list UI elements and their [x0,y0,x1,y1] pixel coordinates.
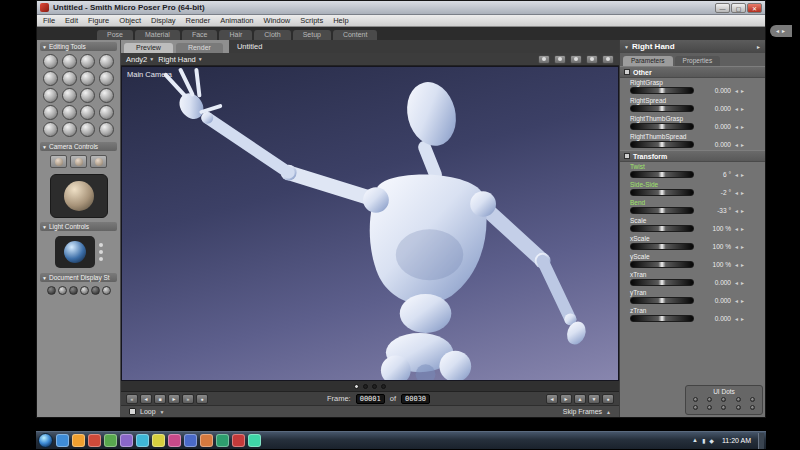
ui-dot[interactable] [736,397,741,402]
ui-dot[interactable] [693,397,698,402]
parameter-dial-row[interactable]: Bend -33 ° ◄► [620,198,765,216]
dial-arrows-icon[interactable]: ◄► [734,142,746,148]
taskbar-app-icon[interactable] [200,434,213,447]
actor-select[interactable]: Right Hand▼ [158,55,202,64]
light-dots[interactable] [99,243,103,261]
editing-tools-header[interactable]: ▼Editing Tools [40,42,117,51]
transport-button[interactable]: ● [602,394,614,404]
tab-parameters[interactable]: Parameters [623,56,673,66]
editing-tool-icon[interactable] [80,122,95,137]
3d-viewport[interactable]: Main Camera [121,66,619,381]
ui-dot[interactable] [721,397,726,402]
transport-button[interactable]: » [182,394,194,404]
room-tab[interactable]: Content [333,30,378,40]
parameter-dial-row[interactable]: RightThumbGrasp 0.000 ◄► [620,114,765,132]
dial-value[interactable]: 100 % [697,225,731,232]
parameter-dial-row[interactable]: Scale 100 % ◄► [620,216,765,234]
ui-dot[interactable] [707,405,712,410]
transport-button[interactable]: ▼ [588,394,600,404]
viewport-tool-icon[interactable] [586,55,598,64]
dial-arrows-icon[interactable]: ◄► [734,244,746,250]
menu-item[interactable]: Object [119,16,141,25]
editing-tool-icon[interactable] [80,105,95,120]
dial-value[interactable]: 0.000 [697,279,731,286]
taskbar-app-icon[interactable] [120,434,133,447]
dial-slider[interactable] [630,141,694,148]
editing-tool-icon[interactable] [62,105,77,120]
camera-controls-header[interactable]: ▼Camera Controls [40,142,117,151]
display-style-icon[interactable] [69,286,78,295]
dial-value[interactable]: 100 % [697,261,731,268]
parameter-dial-row[interactable]: xScale 100 % ◄► [620,234,765,252]
ui-dot[interactable] [707,397,712,402]
menu-item[interactable]: Window [264,16,291,25]
dial-slider[interactable] [630,279,694,286]
current-frame-field[interactable]: 00001 [356,394,385,404]
dial-arrows-icon[interactable]: ◄► [734,208,746,214]
transport-button[interactable]: ■ [154,394,166,404]
editing-tool-icon[interactable] [99,54,114,69]
editing-tool-icon[interactable] [43,105,58,120]
taskbar-app-icon[interactable] [168,434,181,447]
dial-slider[interactable] [630,297,694,304]
parameters-scroll-area[interactable]: Other RightGrasp 0.000 ◄► [620,66,765,417]
pager-dot[interactable] [372,384,377,389]
light-globe[interactable] [55,236,95,268]
dial-arrows-icon[interactable]: ◄► [734,262,746,268]
dial-slider[interactable] [630,105,694,112]
room-tab[interactable]: Material [135,30,180,40]
viewport-tool-icon[interactable] [570,55,582,64]
total-frames-field[interactable]: 00030 [401,394,430,404]
editing-tool-icon[interactable] [43,88,58,103]
transport-button[interactable]: ● [196,394,208,404]
display-style-icon[interactable] [47,286,56,295]
close-button[interactable]: ✕ [747,3,762,13]
tab-properties[interactable]: Properties [675,56,721,66]
panel-menu-icon[interactable]: ► [756,44,761,50]
viewport-tool-icon[interactable] [554,55,566,64]
menu-item[interactable]: File [43,16,55,25]
maximize-button[interactable]: ▢ [731,3,746,13]
transport-button[interactable]: ◄ [546,394,558,404]
parameter-dial-row[interactable]: RightGrasp 0.000 ◄► [620,78,765,96]
editing-tool-icon[interactable] [80,88,95,103]
taskbar-app-icon[interactable] [248,434,261,447]
taskbar-app-icon[interactable] [216,434,229,447]
editing-tool-icon[interactable] [99,71,114,86]
menu-item[interactable]: Scripts [300,16,323,25]
dial-value[interactable]: 100 % [697,243,731,250]
display-style-icon[interactable] [91,286,100,295]
loop-checkbox[interactable] [129,408,136,415]
taskbar-app-icon[interactable] [184,434,197,447]
parameter-dial-row[interactable]: xTran 0.000 ◄► [620,270,765,288]
editing-tool-icon[interactable] [99,88,114,103]
dial-slider[interactable] [630,123,694,130]
ui-dot[interactable] [736,405,741,410]
head-camera-icon[interactable] [70,155,87,168]
ui-dot[interactable] [693,405,698,410]
title-bar[interactable]: Untitled - Smith Micro Poser Pro (64-bit… [37,1,765,15]
taskbar-app-icon[interactable] [136,434,149,447]
light-controls-header[interactable]: ▼Light Controls [40,222,117,231]
group-checkbox[interactable] [624,69,630,75]
menu-item[interactable]: Help [333,16,348,25]
dial-slider[interactable] [630,243,694,250]
editing-tool-icon[interactable] [99,105,114,120]
display-style-icon[interactable] [80,286,89,295]
room-tab[interactable]: Face [182,30,218,40]
transport-button[interactable]: « [126,394,138,404]
figure-mannequin[interactable] [122,67,618,380]
camera-trackball[interactable] [50,174,108,218]
parameters-panel-header[interactable]: ▼ Right Hand ► [620,40,765,53]
editing-tool-icon[interactable] [62,122,77,137]
menu-item[interactable]: Figure [88,16,109,25]
dial-value[interactable]: 0.000 [697,141,731,148]
dial-slider[interactable] [630,189,694,196]
taskbar-app-icon[interactable] [88,434,101,447]
group-checkbox[interactable] [624,153,630,159]
parameter-dial-row[interactable]: yTran 0.000 ◄► [620,288,765,306]
display-style-icon[interactable] [58,286,67,295]
tray-icon[interactable]: ▮ [701,437,706,444]
face-camera-icon[interactable] [50,155,67,168]
group-transform[interactable]: Transform [620,150,765,162]
